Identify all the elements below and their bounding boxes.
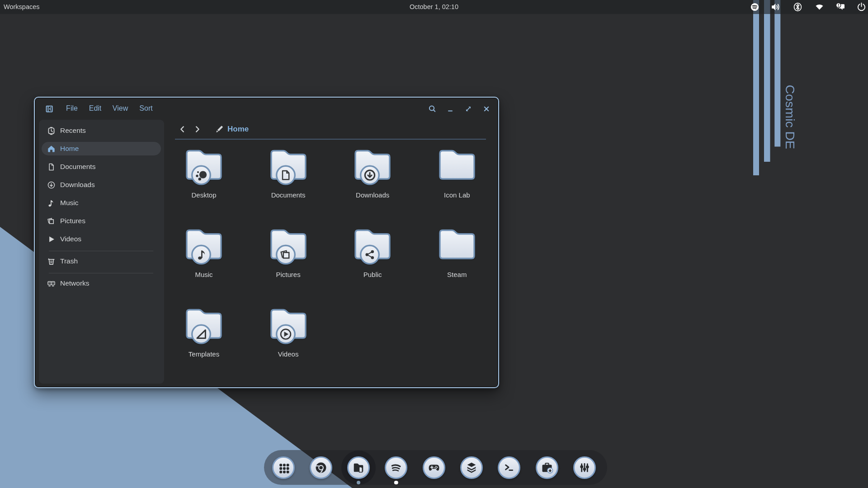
trash-icon xyxy=(47,257,56,266)
maximize-button[interactable] xyxy=(463,103,474,114)
tray-wifi-icon[interactable] xyxy=(814,1,825,13)
folder-label: Documents xyxy=(246,191,330,199)
breadcrumb-location[interactable]: Home xyxy=(227,125,249,134)
search-button[interactable] xyxy=(427,103,438,114)
home-icon xyxy=(47,145,56,153)
dock-store-icon[interactable] xyxy=(536,456,558,479)
dock-chrome-icon[interactable] xyxy=(310,456,332,479)
music-icon xyxy=(47,199,56,207)
folder-label: Desktop xyxy=(162,191,246,199)
running-indicator xyxy=(357,481,360,484)
menu-edit[interactable]: Edit xyxy=(89,98,102,119)
play-icon xyxy=(47,235,56,244)
wallpaper-bar xyxy=(753,0,759,175)
folder-label: Downloads xyxy=(330,191,415,199)
document-icon xyxy=(47,163,56,171)
sidebar-item-home[interactable]: Home xyxy=(42,142,161,155)
sidebar-item-trash[interactable]: Trash xyxy=(42,254,161,268)
sidebar-toggle-icon[interactable] xyxy=(46,105,53,113)
folder-label: Pictures xyxy=(246,271,330,278)
files-window: FileEditViewSort Recents Home Documents … xyxy=(34,97,499,388)
sidebar-item-networks[interactable]: Networks xyxy=(42,277,161,290)
desktop: Cosmic DE Workspaces October 1, 02:10 Fi… xyxy=(0,0,868,488)
folder-label: Steam xyxy=(415,271,499,278)
folder-icon xyxy=(186,150,222,186)
sidebar-item-music[interactable]: Music xyxy=(42,196,161,210)
folder-icon xyxy=(354,229,391,265)
sidebar-divider xyxy=(49,273,153,273)
sidebar-item-pictures[interactable]: Pictures xyxy=(42,214,161,228)
sidebar-item-videos[interactable]: Videos xyxy=(42,232,161,246)
sidebar-item-documents[interactable]: Documents xyxy=(42,160,161,174)
sidebar-item-recents[interactable]: Recents xyxy=(42,124,161,137)
tray-volume-icon[interactable] xyxy=(770,1,781,13)
tray-bluetooth-icon[interactable] xyxy=(792,1,803,13)
folder-label: Public xyxy=(330,271,415,278)
running-indicator xyxy=(394,481,398,485)
wallpaper-brand-text: Cosmic DE xyxy=(783,85,797,150)
folder-icon xyxy=(186,229,222,265)
sidebar-divider xyxy=(49,251,153,251)
minimize-button[interactable] xyxy=(445,103,456,114)
tray-spotify-icon[interactable] xyxy=(749,1,760,13)
sidebar: Recents Home Documents Downloads Music P… xyxy=(39,120,164,384)
top-panel: Workspaces October 1, 02:10 xyxy=(0,0,868,14)
networks-icon xyxy=(47,279,56,288)
folder-icon xyxy=(439,229,475,265)
pictures-icon xyxy=(47,217,56,225)
folder-icon xyxy=(270,150,307,186)
menu-sort[interactable]: Sort xyxy=(139,98,152,119)
folder-icon xyxy=(439,150,475,186)
back-button[interactable] xyxy=(177,124,188,135)
menu-file[interactable]: File xyxy=(66,98,78,119)
close-button[interactable] xyxy=(481,103,492,114)
download-icon xyxy=(47,181,56,189)
folder-label: Templates xyxy=(162,350,246,358)
folder-label: Music xyxy=(162,271,246,278)
wallpaper-bar xyxy=(774,0,780,147)
edit-path-button[interactable] xyxy=(214,124,225,135)
dock-app-grid-icon[interactable] xyxy=(272,456,295,479)
folder-label: Videos xyxy=(246,350,330,358)
wallpaper-bar xyxy=(764,0,770,162)
folder-icon xyxy=(270,229,307,265)
folder-icon xyxy=(270,309,307,345)
breadcrumb-rule xyxy=(175,139,486,140)
dock-settings-icon[interactable] xyxy=(573,456,596,479)
tray-power-icon[interactable] xyxy=(856,1,867,13)
dock xyxy=(264,450,607,485)
forward-button[interactable] xyxy=(192,124,203,135)
clock[interactable]: October 1, 02:10 xyxy=(0,0,868,14)
dock-files-icon[interactable] xyxy=(347,456,370,479)
sidebar-item-downloads[interactable]: Downloads xyxy=(42,178,161,192)
dock-layers-icon[interactable] xyxy=(460,456,483,479)
dock-spotify-dock-icon[interactable] xyxy=(385,456,407,479)
dock-games-icon[interactable] xyxy=(423,456,445,479)
menu-view[interactable]: View xyxy=(113,98,128,119)
recents-icon xyxy=(47,127,56,135)
dock-terminal-icon[interactable] xyxy=(498,456,520,479)
folder-icon xyxy=(354,150,391,186)
folder-icon xyxy=(186,309,222,345)
folder-label: Icon Lab xyxy=(415,191,499,199)
tray-notifications-icon[interactable] xyxy=(835,1,846,13)
